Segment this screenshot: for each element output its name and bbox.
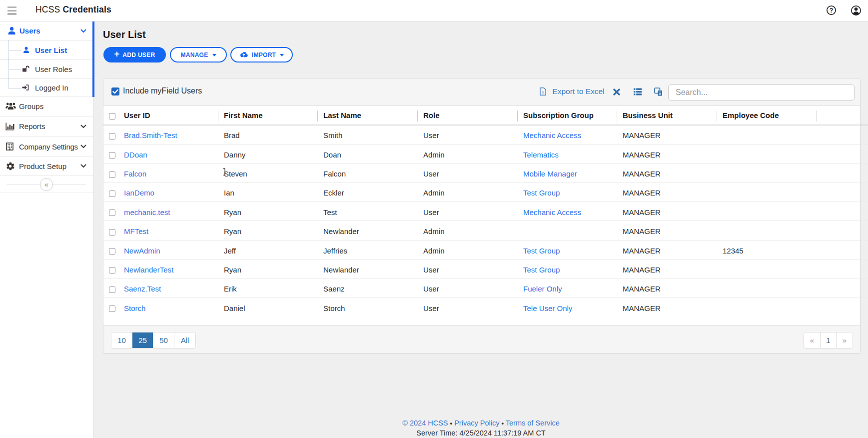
svg-text:?: ? bbox=[830, 7, 834, 14]
svg-text:x: x bbox=[542, 90, 544, 94]
